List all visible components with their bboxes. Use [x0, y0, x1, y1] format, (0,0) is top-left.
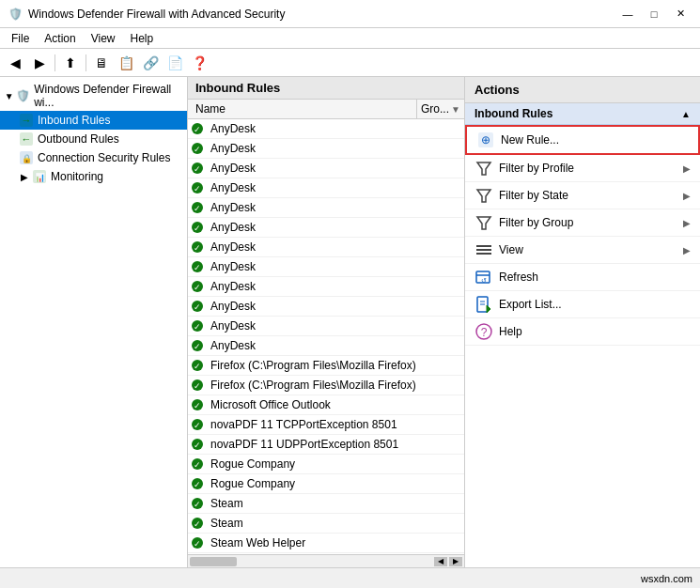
action-item-view[interactable]: View▶ — [465, 237, 700, 264]
h-scroll-left[interactable]: ◀ — [434, 557, 447, 566]
rule-name: Rogue Company — [207, 456, 464, 472]
toolbar-show-hide[interactable]: 🖥 — [90, 52, 113, 74]
rules-panel: Inbound Rules Name Gro... ▼ ✓AnyDesk✓Any… — [188, 77, 465, 567]
action-item-filterbystate[interactable]: Filter by State▶ — [465, 182, 700, 209]
rule-enabled-icon: ✓ — [188, 240, 207, 254]
horizontal-scrollbar[interactable]: ◀ ▶ — [188, 554, 464, 567]
menu-help[interactable]: Help — [123, 30, 162, 47]
table-row[interactable]: ✓Rogue Company — [188, 474, 464, 494]
maximize-button[interactable]: □ — [642, 5, 666, 23]
table-row[interactable]: ✓Rogue Company — [188, 455, 464, 474]
rule-name: AnyDesk — [207, 259, 464, 274]
action-item-refresh[interactable]: ↺Refresh — [465, 264, 700, 291]
outbound-rules-icon: ← — [19, 132, 34, 147]
table-row[interactable]: ✓AnyDesk — [188, 218, 464, 238]
table-row[interactable]: ✓Firefox (C:\Program Files\Mozilla Firef… — [188, 356, 464, 376]
h-scroll-right[interactable]: ▶ — [449, 557, 462, 566]
toolbar-up[interactable]: ⬆ — [59, 52, 82, 74]
toolbar-help[interactable]: ❓ — [188, 52, 210, 74]
tree-root[interactable]: ▼ 🛡️ Windows Defender Firewall wi... — [0, 81, 187, 111]
rules-panel-header: Inbound Rules — [188, 77, 464, 100]
rules-col-header: Name Gro... ▼ — [188, 100, 464, 119]
svg-rect-63 — [476, 253, 491, 255]
title-bar: 🛡️ Windows Defender Firewall with Advanc… — [0, 0, 700, 28]
actions-section-header[interactable]: Inbound Rules ▲ — [465, 103, 700, 125]
rule-name: Steam Web Helper — [207, 535, 464, 550]
rule-name: AnyDesk — [207, 299, 464, 314]
toolbar-forward[interactable]: ▶ — [28, 52, 51, 74]
sidebar-item-inbound-rules-label: Inbound Rules — [38, 114, 110, 127]
svg-text:✓: ✓ — [194, 519, 201, 529]
table-row[interactable]: ✓AnyDesk — [188, 336, 464, 356]
rule-enabled-icon: ✓ — [188, 280, 207, 293]
svg-text:✓: ✓ — [194, 421, 201, 430]
rules-table[interactable]: ✓AnyDesk✓AnyDesk✓AnyDesk✓AnyDesk✓AnyDesk… — [188, 119, 464, 554]
col-name[interactable]: Name — [188, 100, 417, 118]
table-row[interactable]: ✓Steam Web Helper — [188, 534, 464, 553]
table-row[interactable]: ✓novaPDF 11 UDPPortException 8501 — [188, 435, 464, 455]
table-row[interactable]: ✓Steam — [188, 494, 464, 514]
sidebar-item-connection-security[interactable]: 🔒 Connection Security Rules — [0, 148, 187, 167]
action-item-help[interactable]: ?Help — [465, 318, 700, 346]
toolbar-properties[interactable]: 📋 — [115, 52, 137, 74]
table-row[interactable]: ✓AnyDesk — [188, 257, 464, 277]
action-label: View — [499, 243, 683, 256]
table-row[interactable]: ✓AnyDesk — [188, 277, 464, 297]
tree-root-expand: ▼ — [4, 90, 14, 101]
sidebar-item-inbound-rules[interactable]: → Inbound Rules — [0, 111, 187, 130]
menu-file[interactable]: File — [4, 30, 37, 47]
table-row[interactable]: ✓novaPDF 11 TCPPortException 8501 — [188, 415, 464, 435]
action-item-exportlist[interactable]: Export List... — [465, 291, 700, 318]
sidebar-item-monitoring[interactable]: ▶ 📊 Monitoring — [0, 167, 187, 186]
rule-name: AnyDesk — [207, 240, 464, 255]
action-label: Filter by Group — [499, 216, 683, 229]
menu-view[interactable]: View — [84, 30, 123, 47]
monitoring-icon: 📊 — [32, 169, 47, 184]
rule-enabled-icon: ✓ — [188, 457, 207, 471]
svg-text:←: ← — [22, 133, 32, 145]
action-item-filterbyprofile[interactable]: Filter by Profile▶ — [465, 155, 700, 182]
table-row[interactable]: ✓AnyDesk — [188, 178, 464, 198]
app-icon: 🛡️ — [8, 7, 23, 22]
toolbar-export[interactable]: 📄 — [163, 52, 186, 74]
rule-enabled-icon: ✓ — [188, 359, 207, 372]
toolbar-link[interactable]: 🔗 — [139, 52, 162, 74]
col-group[interactable]: Gro... ▼ — [417, 100, 464, 118]
minimize-button[interactable]: — — [615, 5, 640, 23]
table-row[interactable]: ✓Steam — [188, 514, 464, 534]
action-item-newrule[interactable]: ⊕New Rule... — [465, 125, 700, 155]
svg-text:✓: ✓ — [194, 460, 201, 470]
table-row[interactable]: ✓AnyDesk — [188, 159, 464, 178]
rule-name: Steam — [207, 516, 464, 531]
menu-action[interactable]: Action — [37, 30, 83, 47]
rule-name: AnyDesk — [207, 141, 464, 156]
status-bar-right: wsxdn.com — [641, 573, 692, 584]
submenu-arrow-icon: ▶ — [683, 191, 691, 201]
actions-section-arrow: ▲ — [681, 109, 691, 119]
close-button[interactable]: ✕ — [668, 5, 692, 23]
svg-text:✓: ✓ — [194, 381, 201, 391]
table-row[interactable]: ✓AnyDesk — [188, 317, 464, 336]
action-label: Help — [499, 325, 691, 338]
table-row[interactable]: ✓AnyDesk — [188, 198, 464, 218]
tree-root-label: Windows Defender Firewall wi... — [34, 83, 183, 109]
toolbar-back[interactable]: ◀ — [4, 52, 26, 74]
sidebar-item-outbound-rules[interactable]: ← Outbound Rules — [0, 130, 187, 148]
table-row[interactable]: ✓AnyDesk — [188, 238, 464, 257]
svg-text:✓: ✓ — [194, 283, 201, 292]
h-scrollbar-thumb[interactable] — [190, 557, 237, 566]
action-item-filterbygroup[interactable]: Filter by Group▶ — [465, 209, 700, 237]
table-row[interactable]: ✓AnyDesk — [188, 297, 464, 317]
rule-enabled-icon: ✓ — [188, 300, 207, 313]
table-row[interactable]: ✓AnyDesk — [188, 119, 464, 139]
table-row[interactable]: ✓Microsoft Office Outlook — [188, 395, 464, 415]
svg-marker-58 — [477, 162, 490, 175]
table-row[interactable]: ✓Firefox (C:\Program Files\Mozilla Firef… — [188, 376, 464, 395]
rule-enabled-icon: ✓ — [188, 497, 207, 510]
svg-text:✓: ✓ — [194, 441, 201, 450]
new-rule-icon: ⊕ — [476, 131, 495, 149]
filter-icon — [474, 159, 493, 178]
action-label: Filter by Profile — [499, 162, 683, 175]
table-row[interactable]: ✓AnyDesk — [188, 139, 464, 159]
rule-name: Firefox (C:\Program Files\Mozilla Firefo… — [207, 378, 464, 393]
